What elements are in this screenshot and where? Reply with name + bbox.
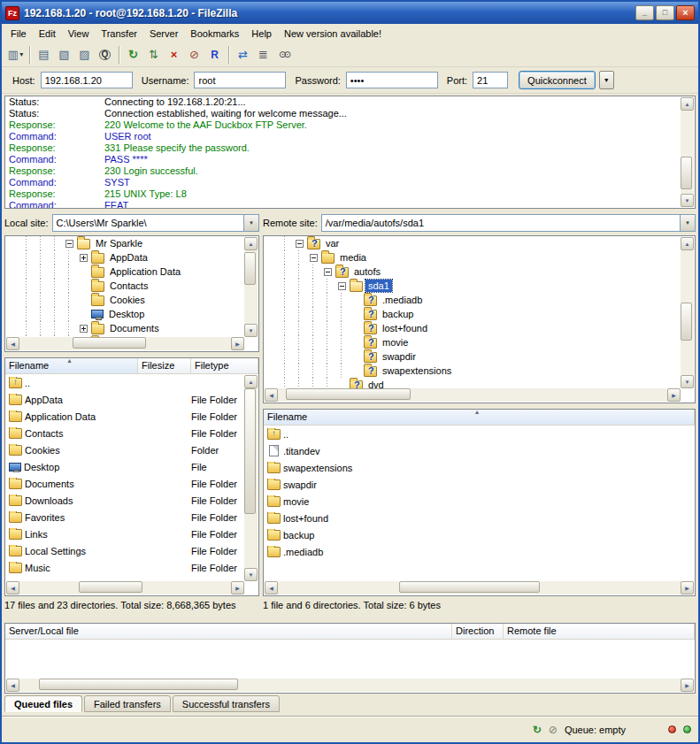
toggle-remote-tree-button[interactable]: ▨ [74,45,95,65]
collapse-icon[interactable] [310,254,318,262]
local-site-combobox[interactable]: C:\Users\Mr Sparkle\ ▼ [52,214,259,232]
tab-failed-transfers[interactable]: Failed transfers [84,695,171,712]
local-list-hscrollbar[interactable] [6,581,244,594]
close-button[interactable]: × [676,5,695,20]
toggle-queue-button[interactable]: Q [95,45,115,65]
tree-item[interactable]: lost+found [264,321,695,335]
menu-new-version[interactable]: New version available! [278,26,388,42]
file-row[interactable]: DesktopFile [5,458,258,475]
column-header-remote-file[interactable]: Remote file [504,624,695,639]
scroll-thumb[interactable] [73,337,147,349]
tree-item[interactable]: Documents [5,321,258,335]
scroll-left-button[interactable] [6,337,19,350]
scroll-track[interactable] [681,250,694,375]
file-row[interactable]: LinksFile Folder [5,525,258,542]
scroll-thumb[interactable] [286,388,411,400]
queue-activity-icon[interactable]: ↻ [533,725,542,735]
scroll-thumb[interactable] [39,679,237,690]
toggle-message-log-button[interactable]: ▤ [34,45,54,65]
scroll-thumb[interactable] [681,303,692,340]
scroll-thumb[interactable] [244,252,256,285]
scroll-track[interactable] [278,581,681,594]
expand-icon[interactable] [80,254,88,262]
log-scrollbar[interactable] [681,97,694,207]
speed-limits-icon[interactable]: ⊘ [549,725,558,735]
scroll-left-button[interactable] [265,581,278,594]
menu-edit[interactable]: Edit [33,26,62,42]
collapse-icon[interactable] [65,240,73,248]
file-row[interactable]: .titandev [264,442,695,459]
file-row[interactable]: movie [264,493,695,510]
site-manager-button[interactable]: ▥ ▾ [5,45,26,65]
cancel-button[interactable]: × [164,45,184,65]
scroll-up-button[interactable] [244,375,258,388]
password-input[interactable] [346,72,438,88]
port-input[interactable] [473,72,508,88]
file-row[interactable]: FavoritesFile Folder [5,509,258,525]
tree-item[interactable]: Desktop [5,307,258,321]
file-row[interactable]: DownloadsFile Folder [5,492,258,509]
file-row[interactable]: ContactsFile Folder [5,425,258,441]
local-tree-hscrollbar[interactable] [6,337,244,350]
tree-item[interactable]: movie [264,335,695,349]
tree-item[interactable]: Application Data [5,265,258,279]
scroll-track[interactable] [19,337,231,350]
local-tree-vscrollbar[interactable] [244,237,258,337]
expand-icon[interactable] [80,325,88,333]
synchronized-browsing-button[interactable]: ≣ [253,45,273,65]
tree-item[interactable]: Cookies [5,293,258,307]
file-row[interactable]: backup [264,526,695,543]
tree-item[interactable]: media [264,250,695,265]
menu-help[interactable]: Help [245,26,278,42]
file-row[interactable]: AppDataFile Folder [5,391,258,408]
scroll-thumb[interactable] [399,581,540,593]
file-row[interactable]: swapextensions [264,459,695,476]
scroll-left-button[interactable] [6,679,19,692]
titlebar[interactable]: Fz 192.168.1.20 - root@192.168.1.20 - Fi… [2,2,698,24]
remote-list-hscrollbar[interactable] [265,581,694,594]
tab-queued-files[interactable]: Queued files [4,695,82,712]
tree-item[interactable]: Contacts [5,279,258,293]
tree-item[interactable]: swapdir [264,349,695,364]
username-input[interactable] [194,72,286,88]
remote-tree-vscrollbar[interactable] [681,237,694,388]
file-row[interactable]: .. [5,374,258,391]
scroll-left-button[interactable] [6,581,19,594]
menu-server[interactable]: Server [143,26,184,42]
collapse-icon[interactable] [296,240,304,248]
tree-item-selected[interactable]: sda1 [264,279,695,293]
directory-comparison-button[interactable]: ⇄ [233,45,253,65]
file-row[interactable]: CookiesFolder [5,441,258,458]
scroll-track[interactable] [244,388,258,568]
tree-item[interactable]: var [264,236,695,250]
column-header-filesize[interactable]: Filesize [138,358,191,373]
scroll-right-button[interactable] [681,581,694,594]
tab-successful-transfers[interactable]: Successful transfers [173,695,280,712]
column-header-filetype[interactable]: Filetype [191,358,258,373]
scroll-left-button[interactable] [265,388,278,402]
collapse-icon[interactable] [338,282,346,290]
column-header-filename[interactable]: Filename [5,358,138,373]
file-row[interactable]: Application DataFile Folder [5,408,258,425]
scroll-right-button[interactable] [231,337,244,350]
file-row[interactable]: DocumentsFile Folder [5,475,258,492]
scroll-right-button[interactable] [667,388,681,402]
menu-transfer[interactable]: Transfer [95,26,143,42]
toggle-local-tree-button[interactable]: ▧ [54,45,74,65]
scroll-thumb[interactable] [244,388,256,514]
quickconnect-dropdown-button[interactable]: ▼ [599,71,614,89]
scroll-down-button[interactable] [681,375,694,388]
file-row[interactable]: MusicFile Folder [5,559,258,576]
scroll-up-button[interactable] [244,237,258,250]
scroll-track[interactable] [244,250,258,324]
tree-item[interactable]: .mediadb [264,293,695,307]
menu-view[interactable]: View [62,26,96,42]
file-row[interactable]: swapdir [264,476,695,493]
combo-dropdown-icon[interactable]: ▼ [680,215,695,231]
scroll-down-button[interactable] [244,568,258,581]
find-files-button[interactable]: ⊙⊙ [273,45,294,65]
tree-item[interactable]: autofs [264,265,695,279]
scroll-right-button[interactable] [231,581,244,594]
scroll-down-button[interactable] [681,194,694,207]
scroll-up-button[interactable] [681,97,694,111]
